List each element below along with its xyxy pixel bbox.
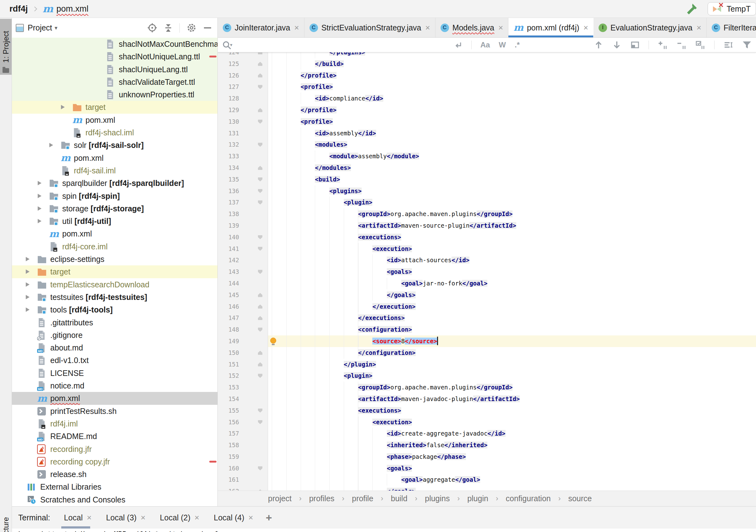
tree-row-scratches-and-consoles[interactable]: Scratches and Consoles [12,494,217,506]
fold-marker-icon[interactable] [258,374,262,378]
xml-breadcrumb-project[interactable]: project [268,494,292,503]
terminal-tab-local-3[interactable]: Local (3)× [106,507,145,528]
expand-arrow-icon[interactable] [38,181,41,185]
match-case-toggle[interactable]: Aa [480,40,490,49]
locate-file-icon[interactable] [148,23,157,33]
newline-icon[interactable] [453,40,463,50]
fold-marker-icon[interactable] [258,316,262,320]
code-line-127[interactable]: 127<profile> [218,81,756,93]
gear-icon[interactable] [187,23,196,33]
code-line-143[interactable]: 143<goals> [218,266,756,278]
code-line-157[interactable]: 157<id>create-aggregate-javadoc</id> [218,428,756,439]
gutter[interactable]: 154 [218,393,268,405]
tree-row-gitignore[interactable]: .gitignore [12,329,217,342]
code-line-153[interactable]: 153<groupId>org.apache.maven.plugins</gr… [218,382,756,393]
tree-row-release-sh[interactable]: release.sh [12,468,217,480]
code-line-152[interactable]: 152<plugin> [218,370,756,382]
tree-row-rdf4j-iml[interactable]: rdf4j.iml [12,418,217,430]
close-tab-icon[interactable]: × [583,23,588,33]
tree-row-notice-md[interactable]: MDnotice.md [12,379,217,392]
gutter[interactable]: 128 [218,93,268,104]
fold-marker-icon[interactable] [258,200,262,204]
remove-occurrence-icon[interactable] [677,40,687,50]
code-line-155[interactable]: 155<executions> [218,405,756,417]
code-line-149[interactable]: 149<source>8</source> [218,335,756,347]
code-line-156[interactable]: 156<execution> [218,417,756,428]
tool-button-project[interactable]: 1: Project [0,19,12,75]
gutter[interactable]: 129 [218,104,268,116]
code-line-133[interactable]: 133<module>assembly</module> [218,150,756,162]
breadcrumb-file[interactable]: pom.xml [56,4,88,14]
tree-row-tempelasticsearchdownload[interactable]: tempElasticsearchDownload [12,278,217,291]
code-line-124[interactable]: 124</plugins> [218,52,756,58]
editor-tab-pom-xml-rdf4j[interactable]: mpom.xml (rdf4j)× [508,18,594,38]
fold-marker-icon[interactable] [258,177,262,182]
run-configuration-select[interactable]: × TempT [708,2,756,15]
xml-breadcrumb-source[interactable]: source [568,494,592,503]
code-line-136[interactable]: 136<plugins> [218,185,756,197]
funnel-icon[interactable] [742,40,752,50]
fold-marker-icon[interactable] [258,363,262,367]
tree-row-sparqlbuilder[interactable]: sparqlbuilder [rdf4j-sparqlbuilder] [12,177,217,190]
code-editor[interactable]: 124</plugins>125</build>126</profile>127… [218,52,756,491]
tree-row-recording-copy-jfr[interactable]: recording copy.jfr [12,455,217,468]
xml-breadcrumb-configuration[interactable]: configuration [506,494,551,503]
fold-marker-icon[interactable] [258,166,262,170]
gutter[interactable]: 149 [218,335,268,347]
code-line-126[interactable]: 126</profile> [218,70,756,81]
code-line-150[interactable]: 150</configuration> [218,347,756,359]
code-line-132[interactable]: 132<modules> [218,139,756,150]
tree-row-pom-xml[interactable]: mpom.xml [12,392,217,404]
select-all-occurrences-icon[interactable] [695,40,705,50]
expand-arrow-icon[interactable] [26,282,30,287]
close-tab-icon[interactable]: × [249,513,253,522]
fold-marker-icon[interactable] [258,235,262,239]
chevron-down-icon[interactable]: ▾ [55,24,58,31]
tree-row-target[interactable]: target [12,101,217,114]
code-line-142[interactable]: 142<id>attach-sources</id> [218,254,756,266]
code-line-146[interactable]: 146</execution> [218,301,756,313]
gutter[interactable]: 138 [218,208,268,220]
fold-marker-icon[interactable] [258,247,262,251]
add-occurrence-icon[interactable] [658,40,668,50]
expand-arrow-icon[interactable] [38,194,41,198]
tree-row-pom-xml[interactable]: mpom.xml [12,152,217,164]
next-occurrence-icon[interactable] [612,40,622,50]
xml-breadcrumb-profile[interactable]: profile [352,494,373,503]
editor-tab-strictevaluationstrategy-java[interactable]: CStrictEvaluationStrategy.java× [305,18,436,38]
code-line-145[interactable]: 145</goals> [218,289,756,301]
gutter[interactable]: 158 [218,439,268,451]
gutter[interactable]: 134 [218,162,268,174]
close-tab-icon[interactable]: × [498,23,503,33]
tree-row-util[interactable]: util [rdf4j-util] [12,215,217,227]
tree-row-testsuites[interactable]: testsuites [rdf4j-testsuites] [12,291,217,303]
expand-arrow-icon[interactable] [38,219,41,223]
code-line-141[interactable]: 141<execution> [218,243,756,255]
code-line-134[interactable]: 134</modules> [218,162,756,174]
tree-row-recording-jfr[interactable]: recording.jfr [12,443,217,455]
gutter[interactable]: 135 [218,174,268,185]
code-line-137[interactable]: 137<plugin> [218,197,756,208]
tree-row-edl-v1-0-txt[interactable]: edl-v1.0.txt [12,354,217,367]
project-panel-title[interactable]: Project [28,23,52,32]
terminal-tab-local-4[interactable]: Local (4)× [214,507,253,528]
expand-arrow-icon[interactable] [26,269,30,274]
close-tab-icon[interactable]: × [87,513,92,522]
gutter[interactable]: 148 [218,324,268,335]
fold-marker-icon[interactable] [258,305,262,309]
gutter[interactable]: 132 [218,139,268,150]
tree-row-rdf4j-sail-iml[interactable]: rdf4j-sail.iml [12,164,217,177]
expand-arrow-icon[interactable] [38,206,41,211]
fold-marker-icon[interactable] [258,409,262,413]
code-line-147[interactable]: 147</executions> [218,312,756,324]
code-line-159[interactable]: 159<phase>package</phase> [218,451,756,463]
gutter[interactable]: 133 [218,150,268,162]
fold-marker-icon[interactable] [258,73,262,78]
code-line-151[interactable]: 151</plugin> [218,359,756,370]
tree-row-rdf4j-core-iml[interactable]: rdf4j-core.iml [12,240,217,253]
code-line-154[interactable]: 154<artifactId>maven-javadoc-plugin</art… [218,393,756,405]
gutter[interactable]: 127 [218,81,268,93]
expand-arrow-icon[interactable] [61,105,65,109]
code-line-131[interactable]: 131<id>assembly</id> [218,128,756,139]
tree-row-gitattributes[interactable]: .gitattributes [12,316,217,329]
